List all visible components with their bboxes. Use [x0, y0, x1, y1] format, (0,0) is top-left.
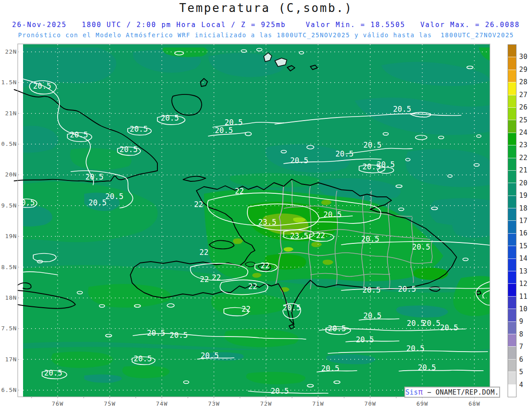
colorbar-cell	[508, 384, 516, 397]
lat-label: 9.5N	[0, 202, 17, 209]
contour-label: 20.5	[17, 198, 35, 207]
contour-label: 20.5	[70, 130, 88, 139]
colorbar-label: 20	[519, 179, 532, 187]
contour-label: 20.5	[422, 319, 441, 328]
contour-label: 20.5	[130, 125, 148, 133]
contour-label: 20.5	[170, 331, 188, 340]
colorbar-cell	[508, 309, 516, 321]
contour-label: 23.5	[290, 231, 309, 240]
colorbar-label: 7	[519, 343, 532, 351]
lat-label: 17N	[0, 356, 17, 363]
colorbar-label: 6	[519, 356, 532, 364]
colorbar-label: 27	[519, 91, 532, 99]
contour-label: 22	[248, 282, 257, 291]
colorbar-cell	[508, 145, 516, 157]
lon-label: 72W	[256, 400, 276, 407]
colorbar-cell	[508, 82, 516, 94]
colorbar-label: 15	[519, 242, 532, 250]
contour-label: 20.5	[363, 286, 381, 294]
contour-label: 20.5	[393, 105, 411, 114]
colorbar-label: 11	[519, 293, 532, 301]
contour-label: 22	[242, 305, 250, 313]
lat-label: 7.5N	[0, 325, 17, 332]
lat-label: 8.5N	[0, 264, 17, 270]
contour-label: 22	[200, 248, 208, 257]
colorbar-cell	[508, 271, 516, 283]
colorbar-cell	[508, 346, 516, 359]
contour-label: 20.5	[328, 324, 346, 333]
colorbar-label: 29	[519, 66, 532, 74]
attribution-text: − ONAMET/REP.DOM.	[423, 388, 499, 396]
lon-label: 69W	[413, 400, 432, 407]
colorbar-label: 26	[519, 103, 532, 111]
contour-label: 20.5	[134, 354, 152, 363]
contour-label: 20.5	[89, 198, 107, 207]
contour-label: 22	[235, 187, 244, 196]
colorbar-cell	[508, 359, 516, 372]
contour-label: 20.5	[412, 243, 430, 251]
colorbar-cell	[508, 334, 516, 346]
colorbar-cell	[508, 196, 516, 208]
lat-label: 19N	[0, 233, 17, 239]
colorbar-cell	[508, 321, 516, 334]
contour-label: 22	[261, 261, 270, 270]
contour-label: 20.5	[290, 156, 309, 165]
contour-label: 20.5	[106, 192, 124, 201]
lat-label: 18N	[0, 294, 17, 301]
colorbar-label: 17	[519, 217, 532, 225]
contour-label: 20.5	[215, 126, 233, 135]
colorbar-label: 30	[519, 53, 532, 61]
colorbar-label: 5	[519, 368, 532, 376]
colorbar-label: 21	[519, 166, 532, 174]
contour-label: 20.5	[361, 235, 379, 243]
sispi-brand: Sisπ	[406, 388, 423, 396]
colorbar-label: 9	[519, 317, 532, 325]
colorbar	[508, 44, 516, 397]
lon-label: 73W	[204, 400, 224, 407]
contour-label: 20.5	[161, 114, 179, 122]
lat-label: 0.5N	[0, 141, 17, 147]
contour-label: 20.5	[324, 210, 342, 219]
contour-label: 20.5	[364, 141, 382, 149]
colorbar-cell	[508, 208, 516, 220]
lon-label: 71W	[309, 400, 328, 407]
colorbar-label: 19	[519, 192, 532, 200]
pi-symbol: π	[418, 388, 423, 396]
contour-label: 20.5	[407, 344, 425, 353]
contour-label: 20.5	[283, 303, 301, 312]
colorbar-label: 4	[519, 381, 532, 389]
colorbar-cell	[508, 283, 516, 296]
map-svg: 20.520.520.520.520.520.520.520.520.520.5…	[0, 0, 532, 411]
contour-label: 20.5	[356, 335, 374, 344]
colorbar-label: 22	[519, 154, 532, 162]
contour-label: 23.5	[258, 218, 277, 227]
colorbar-cell	[508, 233, 516, 246]
lon-label: 70W	[360, 400, 380, 407]
colorbar-label: 23	[519, 141, 532, 149]
lon-label: 74W	[152, 400, 172, 407]
lon-label: 76W	[48, 400, 67, 407]
colorbar-label: 13	[519, 267, 532, 275]
contour-label: 20.5	[44, 368, 63, 377]
lon-label: 75W	[100, 400, 120, 407]
lat-label: 20N	[0, 171, 17, 178]
colorbar-label: 24	[519, 129, 532, 137]
contour-label: 22	[212, 273, 221, 282]
lat-label: 21N	[0, 110, 17, 117]
colorbar-label: 12	[519, 280, 532, 288]
contour-label: 20.5	[201, 351, 219, 360]
colorbar-label: 18	[519, 204, 532, 212]
contour-label: 20.5	[86, 172, 104, 181]
contour-label: 20.5	[398, 285, 416, 294]
attribution-box: Sisπ − ONAMET/REP.DOM.	[404, 387, 500, 398]
colorbar-cell	[508, 120, 516, 132]
contour-label: 20.5	[321, 364, 340, 373]
contour-label: 20.5	[364, 311, 382, 320]
colorbar-cell	[508, 158, 516, 170]
colorbar-label: 25	[519, 116, 532, 124]
colorbar-label: 14	[519, 254, 532, 262]
colorbar-cell	[508, 170, 516, 183]
contour-label: 20.5	[418, 363, 436, 372]
lat-label: 22N	[0, 48, 17, 55]
colorbar-cell	[508, 220, 516, 233]
